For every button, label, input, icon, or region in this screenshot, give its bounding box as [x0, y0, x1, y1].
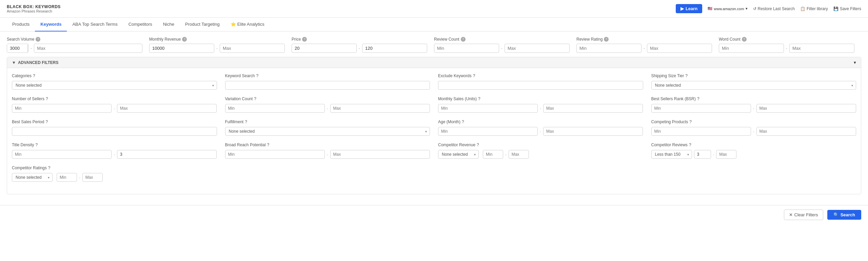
competing-products-min-input[interactable]: [651, 127, 751, 136]
best-sales-period-info-icon[interactable]: ?: [45, 119, 48, 124]
filter-library-link[interactable]: 📋 Filter library: [800, 6, 828, 11]
review-count-max-input[interactable]: [505, 44, 570, 53]
review-count-info-icon[interactable]: ?: [461, 37, 466, 42]
number-of-sellers-max-input[interactable]: [117, 104, 217, 113]
bsr-min-input[interactable]: [651, 104, 751, 113]
clear-filters-button[interactable]: ✕ Clear Filters: [784, 210, 823, 220]
variation-count-info-icon[interactable]: ?: [254, 96, 256, 101]
variation-count-max-input[interactable]: [330, 104, 430, 113]
categories-dropdown[interactable]: None selected ▾: [12, 81, 217, 90]
search-volume-increment-button[interactable]: ▲: [28, 44, 28, 48]
broad-reach-potential-min-input[interactable]: [225, 150, 325, 159]
competitor-ratings-max-input[interactable]: [82, 173, 103, 182]
tab-product-targeting[interactable]: Product Targeting: [180, 18, 225, 31]
word-count-info-icon[interactable]: ?: [742, 37, 747, 42]
tab-keywords[interactable]: Keywords: [35, 18, 67, 31]
shipping-size-tier-dropdown[interactable]: None selected ▾: [651, 81, 856, 90]
restore-last-search-link[interactable]: ↺ Restore Last Search: [753, 6, 795, 11]
competitor-revenue-dropdown[interactable]: None selected ▾: [438, 150, 479, 159]
variation-count-min-input[interactable]: [225, 104, 325, 113]
monthly-sales-units-info-icon[interactable]: ?: [478, 96, 480, 101]
monthly-sales-units-min-input[interactable]: [438, 104, 538, 113]
tab-products[interactable]: Products: [7, 18, 35, 31]
advanced-filters-header[interactable]: ▼ ADVANCED FILTERS ▾: [7, 57, 861, 68]
competitor-revenue-max-input[interactable]: [509, 150, 529, 159]
competitor-ratings-dropdown[interactable]: None selected ▾: [12, 173, 53, 182]
tab-competitors[interactable]: Competitors: [123, 18, 158, 31]
competitor-reviews-label: Competitor Reviews: [651, 143, 688, 147]
competitor-ratings-label: Competitor Ratings: [12, 166, 47, 170]
title-density-max-input[interactable]: [117, 150, 217, 159]
review-rating-min-input[interactable]: [576, 44, 642, 53]
competitor-reviews-info-icon[interactable]: ?: [689, 143, 691, 147]
best-sales-period-label: Best Sales Period: [12, 119, 44, 124]
competing-products-info-icon[interactable]: ?: [689, 119, 692, 124]
monthly-revenue-max-input[interactable]: [220, 44, 285, 53]
tab-aba-top-search-terms[interactable]: ABA Top Search Terms: [67, 18, 123, 31]
review-count-sep: -: [501, 46, 502, 51]
broad-reach-potential-info-icon[interactable]: ?: [267, 143, 270, 147]
advanced-filters-label: ADVANCED FILTERS: [18, 60, 59, 65]
keyword-search-input[interactable]: [225, 81, 430, 90]
word-count-label: Word Count: [719, 37, 741, 42]
search-volume-info-icon[interactable]: ?: [36, 37, 40, 42]
price-max-input[interactable]: [362, 44, 427, 53]
number-of-sellers-col: Number of Sellers ? -: [12, 96, 225, 113]
shipping-size-tier-label: Shipping Size Tier: [651, 73, 684, 78]
word-count-max-input[interactable]: [789, 44, 854, 53]
review-rating-info-icon[interactable]: ?: [604, 37, 609, 42]
number-of-sellers-info-icon[interactable]: ?: [46, 96, 48, 101]
save-filters-link[interactable]: 💾 Save Filters: [833, 6, 861, 11]
fulfillment-value: None selected: [229, 129, 420, 134]
learn-button[interactable]: ▶ Learn: [676, 4, 702, 13]
competitor-ratings-min-input[interactable]: [57, 173, 77, 182]
monthly-sales-units-label: Monthly Sales (Units): [438, 96, 477, 101]
search-volume-max-input[interactable]: [34, 44, 142, 53]
keyword-search-info-icon[interactable]: ?: [256, 73, 259, 78]
shipping-size-tier-info-icon[interactable]: ?: [685, 73, 688, 78]
monthly-sales-units-max-input[interactable]: [543, 104, 643, 113]
age-month-max-input[interactable]: [543, 127, 643, 136]
competitor-revenue-info-icon[interactable]: ?: [477, 143, 479, 147]
bsr-max-input[interactable]: [756, 104, 856, 113]
competitor-reviews-value: Less than 150: [655, 152, 682, 157]
price-min-input[interactable]: [292, 44, 357, 53]
age-month-min-input[interactable]: [438, 127, 538, 136]
amazon-store-selector[interactable]: 🇺🇸 www.amazon.com ▾: [708, 6, 747, 11]
tab-elite-analytics[interactable]: ⭐ Elite Analytics: [225, 18, 270, 31]
competing-products-max-input[interactable]: [756, 127, 856, 136]
bsr-info-icon[interactable]: ?: [697, 96, 699, 101]
search-button[interactable]: 🔍 Search: [827, 210, 861, 220]
categories-info-icon[interactable]: ?: [33, 73, 35, 78]
competitor-revenue-chevron-icon: ▾: [474, 153, 476, 156]
tab-niche[interactable]: Niche: [158, 18, 180, 31]
word-count-filter: Word Count ? -: [719, 37, 861, 53]
competitor-reviews-max-input[interactable]: [716, 150, 736, 159]
number-of-sellers-min-input[interactable]: [12, 104, 112, 113]
title-density-info-icon[interactable]: ?: [36, 143, 38, 147]
price-info-icon[interactable]: ?: [302, 37, 307, 42]
exclude-keywords-input[interactable]: [438, 81, 643, 90]
competitor-reviews-min-input[interactable]: [694, 150, 711, 159]
competitor-ratings-info-icon[interactable]: ?: [48, 166, 51, 170]
search-volume-decrement-button[interactable]: ▼: [28, 48, 28, 52]
review-rating-max-input[interactable]: [647, 44, 712, 53]
app-title: BLACK BOX: KEYWORDS: [7, 4, 61, 9]
fulfillment-dropdown[interactable]: None selected ▾: [225, 127, 430, 136]
competing-products-sep: -: [753, 129, 754, 133]
word-count-min-input[interactable]: [719, 44, 784, 53]
bsr-col: Best Sellers Rank (BSR) ? -: [651, 96, 856, 113]
fulfillment-info-icon[interactable]: ?: [245, 119, 247, 124]
title-density-min-input[interactable]: [12, 150, 112, 159]
age-month-info-icon[interactable]: ?: [462, 119, 464, 124]
competitor-revenue-min-input[interactable]: [483, 150, 503, 159]
competitor-revenue-col: Competitor Revenue ? None selected ▾ -: [438, 143, 651, 159]
search-volume-min-input[interactable]: [7, 44, 27, 52]
competitor-reviews-dropdown[interactable]: Less than 150 ▾: [651, 150, 692, 159]
monthly-revenue-info-icon[interactable]: ?: [182, 37, 187, 42]
monthly-revenue-min-input[interactable]: [149, 44, 214, 53]
best-sales-period-input[interactable]: [12, 127, 217, 136]
broad-reach-potential-max-input[interactable]: [330, 150, 430, 159]
exclude-keywords-info-icon[interactable]: ?: [473, 73, 475, 78]
review-count-min-input[interactable]: [434, 44, 499, 53]
